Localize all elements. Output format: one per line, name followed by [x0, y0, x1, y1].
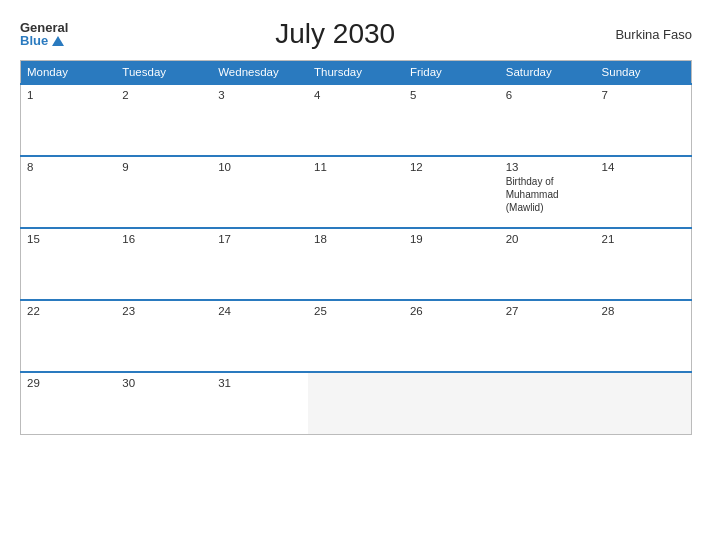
table-row: [596, 372, 692, 434]
header-monday: Monday: [21, 61, 117, 85]
table-row: 15: [21, 228, 117, 300]
table-row: 7: [596, 84, 692, 156]
day-number: 24: [218, 305, 302, 317]
header-tuesday: Tuesday: [116, 61, 212, 85]
table-row: 8: [21, 156, 117, 228]
calendar-page: General Blue July 2030 Burkina Faso Mond…: [0, 0, 712, 550]
day-number: 3: [218, 89, 302, 101]
table-row: 23: [116, 300, 212, 372]
table-row: [308, 372, 404, 434]
day-number: 10: [218, 161, 302, 173]
day-number: 5: [410, 89, 494, 101]
table-row: 30: [116, 372, 212, 434]
table-row: 17: [212, 228, 308, 300]
table-row: 10: [212, 156, 308, 228]
day-number: 29: [27, 377, 110, 389]
header: General Blue July 2030 Burkina Faso: [20, 18, 692, 50]
table-row: 2: [116, 84, 212, 156]
table-row: 25: [308, 300, 404, 372]
day-number: 15: [27, 233, 110, 245]
table-row: 12: [404, 156, 500, 228]
table-row: 14: [596, 156, 692, 228]
day-number: 20: [506, 233, 590, 245]
day-number: 27: [506, 305, 590, 317]
header-saturday: Saturday: [500, 61, 596, 85]
day-number: 11: [314, 161, 398, 173]
day-number: 14: [602, 161, 685, 173]
table-row: 29: [21, 372, 117, 434]
table-row: 20: [500, 228, 596, 300]
day-number: 22: [27, 305, 110, 317]
table-row: 4: [308, 84, 404, 156]
table-row: [500, 372, 596, 434]
table-row: 11: [308, 156, 404, 228]
day-number: 28: [602, 305, 685, 317]
table-row: 26: [404, 300, 500, 372]
table-row: 3: [212, 84, 308, 156]
event-label: Birthday of Muhammad (Mawlid): [506, 175, 590, 214]
day-number: 12: [410, 161, 494, 173]
table-row: 13Birthday of Muhammad (Mawlid): [500, 156, 596, 228]
day-number: 30: [122, 377, 206, 389]
day-number: 7: [602, 89, 685, 101]
day-number: 19: [410, 233, 494, 245]
month-title: July 2030: [68, 18, 602, 50]
table-row: 6: [500, 84, 596, 156]
logo-triangle-icon: [52, 36, 64, 46]
day-number: 21: [602, 233, 685, 245]
days-header-row: Monday Tuesday Wednesday Thursday Friday…: [21, 61, 692, 85]
header-wednesday: Wednesday: [212, 61, 308, 85]
table-row: 19: [404, 228, 500, 300]
table-row: 16: [116, 228, 212, 300]
day-number: 31: [218, 377, 302, 389]
day-number: 6: [506, 89, 590, 101]
day-number: 23: [122, 305, 206, 317]
header-friday: Friday: [404, 61, 500, 85]
table-row: 28: [596, 300, 692, 372]
table-row: 21: [596, 228, 692, 300]
country-label: Burkina Faso: [602, 27, 692, 42]
day-number: 25: [314, 305, 398, 317]
table-row: [404, 372, 500, 434]
header-thursday: Thursday: [308, 61, 404, 85]
day-number: 1: [27, 89, 110, 101]
day-number: 17: [218, 233, 302, 245]
table-row: 31: [212, 372, 308, 434]
day-number: 18: [314, 233, 398, 245]
calendar-table: Monday Tuesday Wednesday Thursday Friday…: [20, 60, 692, 435]
header-sunday: Sunday: [596, 61, 692, 85]
day-number: 2: [122, 89, 206, 101]
table-row: 1: [21, 84, 117, 156]
day-number: 9: [122, 161, 206, 173]
table-row: 22: [21, 300, 117, 372]
table-row: 27: [500, 300, 596, 372]
table-row: 9: [116, 156, 212, 228]
logo-blue-text: Blue: [20, 34, 64, 47]
table-row: 24: [212, 300, 308, 372]
day-number: 4: [314, 89, 398, 101]
table-row: 18: [308, 228, 404, 300]
day-number: 13: [506, 161, 590, 173]
logo: General Blue: [20, 21, 68, 47]
day-number: 16: [122, 233, 206, 245]
day-number: 8: [27, 161, 110, 173]
day-number: 26: [410, 305, 494, 317]
table-row: 5: [404, 84, 500, 156]
